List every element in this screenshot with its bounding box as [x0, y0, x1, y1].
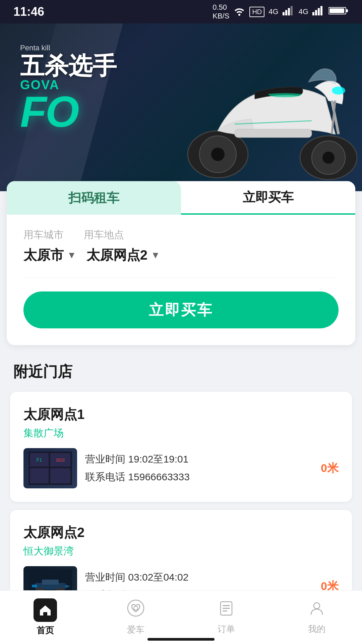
home-icon [34, 598, 57, 622]
nearby-title: 附近门店 [10, 362, 352, 382]
nav-item-mine[interactable]: 我的 [287, 600, 347, 635]
svg-rect-3 [291, 6, 293, 15]
status-icons: 0.50KB/S HD 4G 4G [213, 3, 349, 20]
wifi-icon [233, 6, 245, 18]
mine-icon [308, 600, 325, 621]
svg-point-13 [211, 148, 225, 161]
svg-rect-31 [42, 580, 59, 585]
svg-point-41 [314, 603, 320, 609]
svg-rect-38 [223, 605, 230, 606]
signal-bars-icon [283, 6, 295, 17]
signal-4g-icon: 4G [268, 7, 278, 16]
svg-rect-7 [320, 6, 322, 15]
location-arrow-icon: ▼ [151, 250, 160, 261]
svg-text:2022: 2022 [56, 458, 65, 463]
nav-item-orders[interactable]: 订单 [196, 600, 256, 635]
location-select[interactable]: 太原网点2 ▼ [86, 246, 160, 264]
mycar-icon [127, 599, 145, 621]
tab-buy[interactable]: 立即买车 [181, 181, 355, 215]
store-1-address: 集散广场 [23, 426, 339, 440]
svg-rect-9 [346, 9, 348, 12]
battery-icon [328, 6, 349, 17]
store-1-info-row: F1 2022 营业时间 19:02至19:01 联系电话 1596666333… [23, 448, 339, 488]
svg-rect-10 [329, 8, 344, 13]
hd-icon: HD [249, 7, 264, 17]
speed-indicator: 0.50KB/S [213, 3, 229, 20]
nav-label-mycar: 爱车 [127, 624, 144, 636]
store-1-details: 营业时间 19:02至19:01 联系电话 15966663333 [85, 452, 313, 484]
svg-rect-5 [315, 10, 317, 15]
svg-rect-6 [318, 8, 320, 15]
hero-brand: Penta kill [20, 44, 117, 52]
store-2-hours: 营业时间 03:02至04:02 [85, 571, 313, 584]
store-1-hours: 营业时间 19:02至19:01 [85, 452, 313, 466]
orders-icon [218, 600, 235, 621]
store-1-phone: 联系电话 15966663333 [85, 470, 313, 484]
nav-label-home: 首页 [37, 625, 54, 636]
status-bar: 11:46 0.50KB/S HD 4G 4G [0, 0, 362, 23]
location-label: 用车地点 [84, 228, 124, 242]
buy-button[interactable]: 立即买车 [23, 291, 339, 328]
svg-rect-20 [235, 129, 312, 138]
signal-4g-2-icon: 4G [299, 7, 308, 16]
svg-rect-1 [285, 10, 287, 15]
svg-rect-25 [30, 468, 49, 483]
city-label: 用车城市 [23, 228, 64, 242]
store-2-name: 太原网点2 [23, 523, 339, 542]
svg-rect-0 [283, 12, 285, 15]
svg-text:F1: F1 [37, 457, 42, 463]
form-area: 用车城市 用车地点 太原市 ▼ 太原网点2 ▼ 立即买车 [7, 215, 355, 345]
store-1-image: F1 2022 [23, 448, 77, 488]
store-1-distance: 0米 [321, 461, 339, 476]
main-card: 扫码租车 立即买车 用车城市 用车地点 太原市 ▼ 太原网点2 ▼ 立即买车 [7, 181, 355, 345]
form-selects: 太原市 ▼ 太原网点2 ▼ [23, 246, 339, 264]
signal-bars-2-icon [312, 6, 324, 17]
hero-title-zh: 五杀选手 [20, 54, 117, 78]
svg-rect-4 [312, 12, 314, 15]
svg-rect-34 [32, 585, 37, 587]
svg-point-16 [322, 152, 335, 164]
hero-banner: Penta kill 五杀选手 GOVA FO [0, 23, 362, 191]
store-1-name: 太原网点1 [23, 405, 339, 424]
form-labels: 用车城市 用车地点 [23, 228, 339, 242]
nav-item-mycar[interactable]: 爱车 [106, 599, 166, 636]
city-value: 太原市 [23, 246, 64, 264]
svg-rect-2 [288, 8, 290, 15]
city-arrow-icon: ▼ [67, 250, 76, 261]
svg-rect-40 [223, 610, 227, 611]
svg-rect-39 [223, 608, 230, 609]
divider [23, 278, 339, 278]
store-2-address: 恒大御景湾 [23, 544, 339, 558]
tabs-container: 扫码租车 立即买车 [7, 181, 355, 215]
bottom-nav: 首页 爱车 订单 [0, 590, 362, 644]
store-card-1[interactable]: 太原网点1 集散广场 F1 2022 营 [10, 392, 352, 502]
svg-point-35 [128, 600, 144, 616]
status-time: 11:46 [13, 5, 44, 19]
city-select[interactable]: 太原市 ▼ [23, 246, 76, 264]
nav-item-home[interactable]: 首页 [15, 598, 75, 636]
svg-point-17 [332, 87, 345, 95]
hero-scooter-image [168, 30, 362, 184]
tab-scan[interactable]: 扫码租车 [7, 181, 181, 215]
hero-title-en: FO [20, 92, 117, 131]
store-1-thumbnail: F1 2022 [23, 448, 77, 488]
bottom-indicator [147, 638, 215, 641]
svg-point-36 [134, 606, 138, 610]
location-value: 太原网点2 [86, 246, 147, 264]
nav-label-orders: 订单 [218, 623, 235, 635]
svg-rect-26 [50, 468, 70, 483]
nav-label-mine: 我的 [308, 623, 325, 635]
